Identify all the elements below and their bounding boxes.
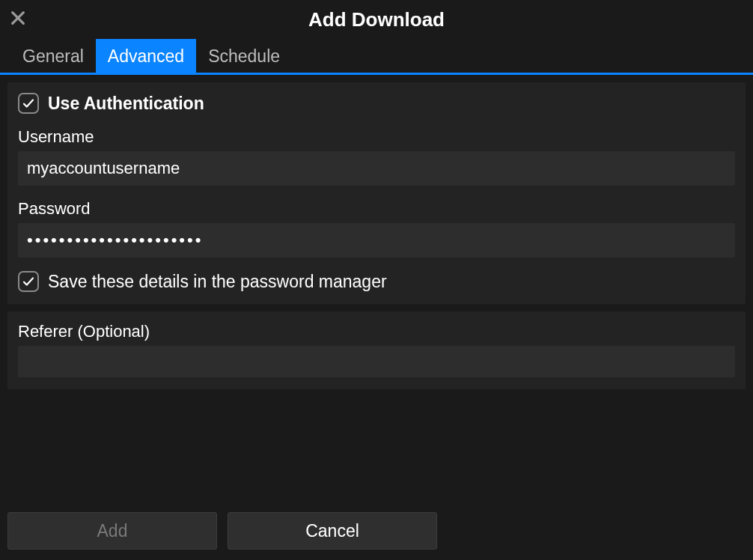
check-icon: [22, 275, 35, 288]
username-label: Username: [18, 127, 735, 147]
close-button[interactable]: [7, 7, 28, 28]
dialog-title: Add Download: [308, 8, 445, 31]
use-auth-label: Use Authentication: [48, 94, 204, 114]
tab-bar: General Advanced Schedule: [0, 39, 753, 75]
cancel-button[interactable]: Cancel: [228, 512, 437, 550]
save-details-label: Save these details in the password manag…: [48, 272, 387, 292]
title-bar: Add Download: [0, 0, 753, 39]
save-details-checkbox[interactable]: [18, 271, 39, 292]
referer-input[interactable]: [18, 346, 735, 377]
add-download-dialog: Add Download General Advanced Schedule U…: [0, 0, 753, 560]
tab-advanced[interactable]: Advanced: [96, 39, 196, 73]
save-details-row: Save these details in the password manag…: [18, 271, 735, 292]
use-auth-row: Use Authentication: [18, 93, 735, 114]
content-area: Use Authentication Username Password •••…: [0, 75, 753, 560]
tab-schedule[interactable]: Schedule: [196, 39, 292, 73]
tab-general[interactable]: General: [10, 39, 96, 73]
dialog-buttons: Add Cancel: [0, 503, 753, 560]
auth-section: Use Authentication Username Password •••…: [7, 82, 746, 304]
username-input[interactable]: [18, 151, 735, 186]
add-button[interactable]: Add: [7, 512, 217, 550]
check-icon: [22, 97, 35, 110]
referer-section: Referer (Optional): [7, 311, 746, 389]
close-icon: [10, 10, 26, 26]
referer-label: Referer (Optional): [18, 322, 735, 341]
password-input[interactable]: ••••••••••••••••••••••: [18, 223, 735, 258]
password-label: Password: [18, 199, 735, 219]
use-auth-checkbox[interactable]: [18, 93, 39, 114]
